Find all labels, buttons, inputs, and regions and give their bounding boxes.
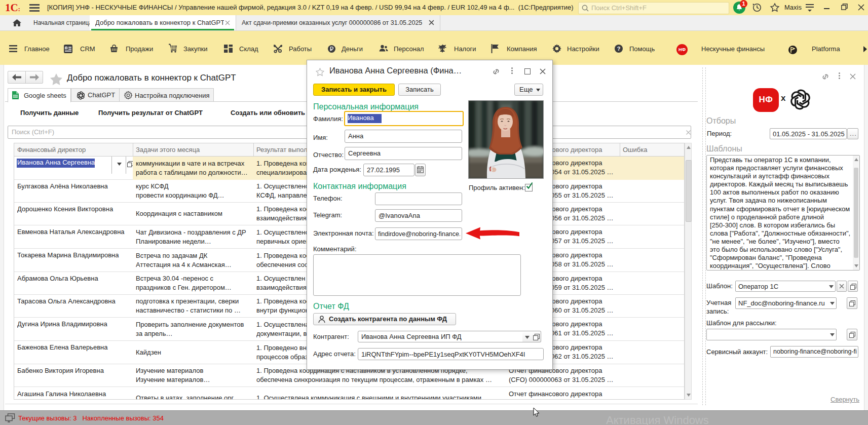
svg-text:?: ? <box>617 46 621 52</box>
